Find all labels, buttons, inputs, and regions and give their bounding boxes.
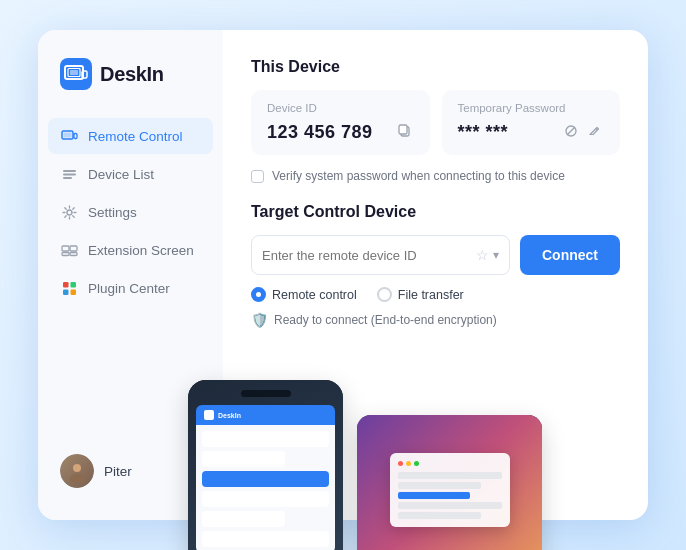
svg-rect-7 (74, 133, 77, 138)
star-icon[interactable]: ☆ (476, 247, 489, 263)
svg-rect-9 (63, 173, 76, 175)
svg-rect-19 (70, 289, 76, 295)
ready-status: Ready to connect (End-to-end encryption) (274, 313, 497, 327)
sidebar-item-label-plugin-center: Plugin Center (88, 281, 170, 296)
connect-button[interactable]: Connect (520, 235, 620, 275)
radio-circle-file (377, 287, 392, 302)
device-id-card: Device ID 123 456 789 (251, 90, 430, 155)
temp-password-value: *** *** (458, 122, 509, 143)
app-name: DeskIn (100, 63, 164, 86)
svg-point-20 (73, 464, 81, 472)
svg-point-11 (67, 210, 72, 215)
connect-row: ☆ ▾ Connect (251, 235, 620, 275)
device-id-label: Device ID (267, 102, 414, 114)
sidebar-item-plugin-center[interactable]: Plugin Center (48, 270, 213, 306)
device-cards: Device ID 123 456 789 Temporar (251, 90, 620, 155)
phone-content (196, 425, 335, 550)
svg-rect-18 (63, 289, 69, 295)
svg-rect-6 (63, 132, 71, 137)
phone-app-header: DeskIn (196, 405, 335, 425)
ready-row: 🛡️ Ready to connect (End-to-end encrypti… (251, 312, 620, 328)
device-id-row: 123 456 789 (267, 122, 414, 143)
phone-logo-dot (204, 410, 214, 420)
radio-dot-remote (256, 292, 261, 297)
target-control-title: Target Control Device (251, 203, 620, 221)
laptop-row-3 (398, 492, 471, 499)
phone-screen: DeskIn (188, 380, 343, 550)
sidebar-item-label-remote-control: Remote Control (88, 129, 183, 144)
svg-rect-12 (62, 246, 69, 251)
sidebar-item-label-device-list: Device List (88, 167, 154, 182)
radio-option-file-transfer[interactable]: File transfer (377, 287, 464, 302)
phone-row-6 (202, 531, 329, 547)
radio-label-remote: Remote control (272, 288, 357, 302)
radio-row: Remote control File transfer (251, 287, 620, 302)
laptop-row-4 (398, 502, 502, 509)
win-dot-green (414, 461, 419, 466)
device-id-icons (396, 122, 414, 143)
sidebar-item-label-extension-screen: Extension Screen (88, 243, 194, 258)
svg-rect-13 (70, 246, 77, 251)
settings-icon (60, 203, 78, 221)
phone-row-3 (202, 471, 329, 487)
verify-checkbox[interactable] (251, 170, 264, 183)
copy-icon[interactable] (396, 122, 414, 143)
svg-rect-16 (63, 282, 69, 288)
laptop-window-header (398, 461, 502, 466)
win-dot-red (398, 461, 403, 466)
svg-point-21 (70, 474, 84, 482)
svg-rect-17 (70, 282, 76, 288)
svg-rect-8 (63, 170, 76, 172)
avatar (60, 454, 94, 488)
extension-screen-icon (60, 241, 78, 259)
radio-label-file: File transfer (398, 288, 464, 302)
svg-line-26 (596, 129, 598, 131)
phone-mockup: DeskIn (188, 380, 343, 550)
username: Piter (104, 464, 132, 479)
phone-row-5 (202, 511, 285, 527)
laptop-window-rows (398, 472, 502, 519)
win-dot-yellow (406, 461, 411, 466)
device-id-input-wrap[interactable]: ☆ ▾ (251, 235, 510, 275)
sidebar-item-label-settings: Settings (88, 205, 137, 220)
svg-line-25 (567, 127, 575, 135)
remote-control-icon (60, 127, 78, 145)
temp-password-card: Temporary Password *** *** (442, 90, 621, 155)
svg-rect-3 (70, 70, 78, 75)
avatar-image (60, 454, 94, 488)
phone-logo-text: DeskIn (218, 412, 241, 419)
this-device-title: This Device (251, 58, 620, 76)
sidebar-item-extension-screen[interactable]: Extension Screen (48, 232, 213, 268)
chevron-down-icon[interactable]: ▾ (493, 248, 499, 262)
svg-rect-14 (62, 252, 69, 255)
laptop-row-5 (398, 512, 481, 519)
laptop-row-1 (398, 472, 502, 479)
temp-password-icons (562, 122, 604, 143)
phone-row-1 (202, 431, 329, 447)
laptop-screen (357, 415, 542, 550)
temp-password-label: Temporary Password (458, 102, 605, 114)
verify-row: Verify system password when connecting t… (251, 169, 620, 183)
sidebar-item-device-list[interactable]: Device List (48, 156, 213, 192)
logo-icon (60, 58, 92, 90)
svg-rect-15 (70, 252, 77, 255)
input-actions: ☆ ▾ (476, 247, 499, 263)
device-id-value: 123 456 789 (267, 122, 373, 143)
laptop-window (390, 453, 510, 527)
edit-icon[interactable] (586, 122, 604, 143)
images-row: DeskIn (188, 380, 542, 550)
radio-circle-remote (251, 287, 266, 302)
device-list-icon (60, 165, 78, 183)
app-container: DeskIn Remote Control (38, 30, 648, 520)
temp-password-row: *** *** (458, 122, 605, 143)
logo-area: DeskIn (38, 58, 223, 118)
sidebar-item-remote-control[interactable]: Remote Control (48, 118, 213, 154)
phone-notch (241, 390, 291, 397)
laptop-mockup (357, 415, 542, 550)
svg-rect-10 (63, 177, 72, 179)
sidebar-item-settings[interactable]: Settings (48, 194, 213, 230)
device-id-input[interactable] (262, 248, 470, 263)
radio-option-remote-control[interactable]: Remote control (251, 287, 357, 302)
slash-icon[interactable] (562, 122, 580, 143)
plugin-center-icon (60, 279, 78, 297)
